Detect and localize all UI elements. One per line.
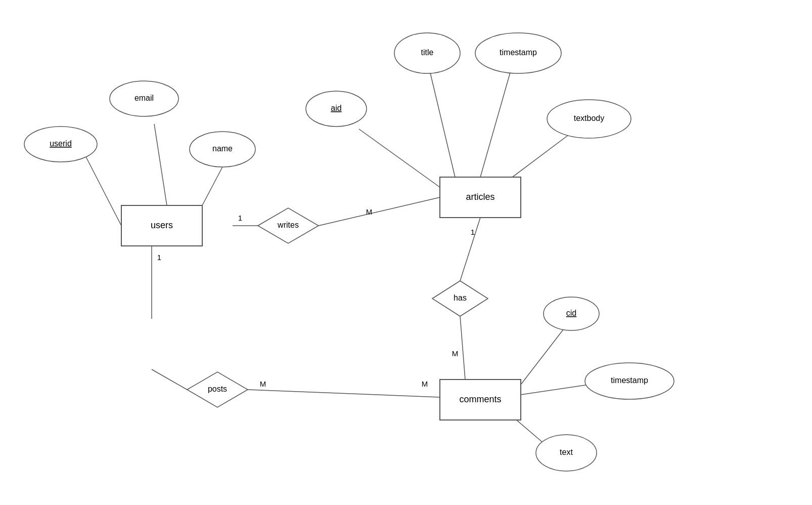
attr-textbody-label: textbody <box>574 114 604 122</box>
entity-articles-label: articles <box>466 192 494 202</box>
line-textbody <box>506 129 576 182</box>
line-writes-articles <box>319 197 440 226</box>
card-has-comments-m: M <box>452 349 459 358</box>
line-articles-has <box>460 218 480 281</box>
attr-timestamp-comments-label: timestamp <box>611 376 648 385</box>
card-articles-has-1: 1 <box>471 228 475 236</box>
line-name <box>202 167 222 205</box>
line-timestamp-c <box>521 385 589 395</box>
entity-comments-label: comments <box>459 394 501 404</box>
line-userid <box>86 157 121 226</box>
line-email <box>154 124 167 205</box>
card-writes-m: M <box>366 207 373 216</box>
attr-cid-label: cid <box>566 309 576 317</box>
relationship-has-label: has <box>454 293 467 302</box>
attr-aid-label: aid <box>331 104 341 112</box>
attr-text-comments-label: text <box>560 448 573 456</box>
attr-name-label: name <box>212 144 233 153</box>
line-timestamp-a <box>480 71 511 177</box>
attr-email-label: email <box>134 94 154 102</box>
line-cid <box>521 329 564 385</box>
card-writes-1: 1 <box>238 214 242 222</box>
relationship-posts-label: posts <box>208 385 227 393</box>
entity-users-label: users <box>151 220 173 230</box>
card-comments-posts-m: M <box>422 380 428 388</box>
attr-timestamp-articles-label: timestamp <box>500 48 537 57</box>
attr-title-label: title <box>421 48 434 57</box>
relationship-writes-label: writes <box>277 221 299 229</box>
line-users-posts <box>152 369 187 390</box>
line-has-comments <box>460 316 465 380</box>
line-posts-comments <box>248 390 440 397</box>
line-aid <box>359 129 440 187</box>
card-posts-m: M <box>260 380 266 388</box>
er-diagram: 1 M 1 1 M M M users articles comments wr… <box>0 0 812 505</box>
card-users-posts-1: 1 <box>157 253 161 262</box>
attr-userid-label: userid <box>50 139 72 148</box>
line-title <box>430 71 455 177</box>
